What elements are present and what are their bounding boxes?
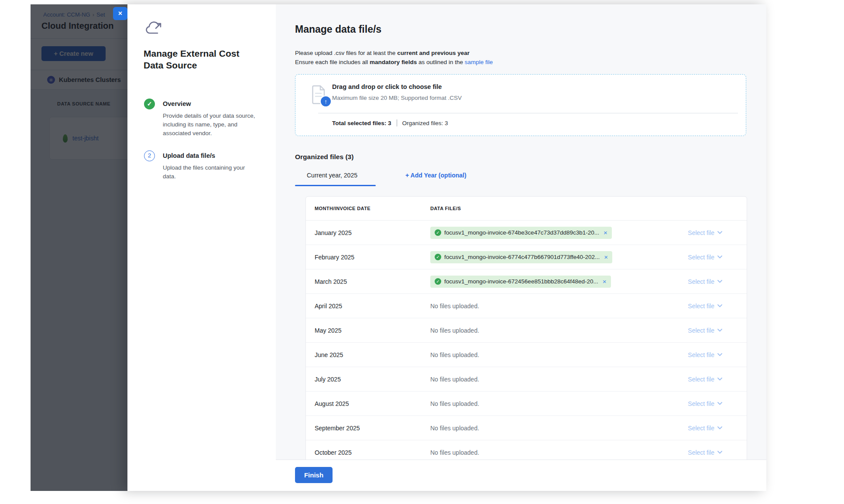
file-upload-icon: ↑ [311,85,332,108]
chevron-down-icon [717,426,722,429]
select-file-dropdown[interactable]: Select file [670,425,747,432]
file-cell: No files uploaded. [430,400,670,407]
instruction-line-1: Please upload .csv files for at least th… [295,48,493,58]
active-tab-indicator [295,185,376,186]
select-file-label: Select file [688,351,714,358]
file-chip: ✓ focusv1_mongo-invoice-672456ee851bbb28… [430,276,611,288]
month-label: March 2025 [306,278,430,285]
file-valid-check-icon: ✓ [435,229,441,236]
empty-text: No files uploaded. [430,376,479,383]
chevron-down-icon [717,402,722,405]
drawer-footer: Finish [276,460,766,491]
month-label: January 2025 [306,229,430,236]
file-chip: ✓ focusv1_mongo-invoice-674be3ce47c73d37… [430,227,612,239]
file-cell: No files uploaded. [430,303,670,310]
select-file-dropdown[interactable]: Select file [670,254,747,261]
month-label: August 2025 [306,400,430,407]
add-year-button[interactable]: + Add Year (optional) [405,172,467,179]
file-chip-label: focusv1_mongo-invoice-672456ee851bbb28c6… [444,278,598,285]
month-label: October 2025 [306,449,430,456]
close-drawer-button[interactable]: × [113,7,127,20]
instruction-line-2: Ensure each file includes all mandatory … [295,58,493,67]
table-row: September 2025 No files uploaded. Select… [306,416,747,440]
select-file-dropdown[interactable]: Select file [670,351,747,358]
upload-instructions: Please upload .csv files for at least th… [295,48,493,67]
chevron-down-icon [717,280,722,283]
month-label: February 2025 [306,254,430,261]
select-file-label: Select file [688,327,714,334]
month-table-body: January 2025 ✓ focusv1_mongo-invoice-674… [306,221,747,460]
chevron-down-icon [717,231,722,234]
table-row: April 2025 No files uploaded. Select fil… [306,294,747,318]
upload-step-content: Manage data file/s Please upload .csv fi… [276,4,766,460]
select-file-label: Select file [688,254,714,261]
file-cell: No files uploaded. [430,376,670,383]
step-number-badge: 2 [144,150,155,161]
step-complete-check-icon: ✓ [144,99,155,109]
total-selected-files: Total selected files: 3 [332,120,391,126]
select-file-dropdown[interactable]: Select file [670,449,747,456]
chevron-down-icon [717,378,722,381]
section-title: Manage data file/s [295,24,381,35]
select-file-dropdown[interactable]: Select file [670,400,747,407]
table-row: July 2025 No files uploaded. Select file [306,367,747,392]
select-file-dropdown[interactable]: Select file [670,278,747,285]
select-file-label: Select file [688,303,714,310]
table-row: August 2025 No files uploaded. Select fi… [306,392,747,416]
column-data-files: DATA FILE/S [430,206,461,211]
wizard-steps-panel: Manage External Cost Data Source ✓ Overv… [127,4,276,491]
month-label: June 2025 [306,351,430,358]
month-label: September 2025 [306,425,430,432]
dropzone-title: Drag and drop or click to choose file [332,83,442,90]
file-valid-check-icon: ✓ [435,254,441,260]
file-chip: ✓ focusv1_mongo-invoice-6774c477b667901d… [430,251,612,263]
file-cell: No files uploaded. [430,425,670,432]
select-file-label: Select file [688,278,714,285]
chevron-down-icon [717,353,722,356]
file-cell: No files uploaded. [430,327,670,334]
months-table-card: MONTH/INVOICE DATE DATA FILE/S January 2… [305,196,747,460]
divider [397,119,397,126]
remove-file-icon[interactable]: × [604,254,608,260]
organized-files-heading: Organized files (3) [295,153,353,161]
chevron-down-icon [717,304,722,307]
chevron-down-icon [717,255,722,259]
empty-text: No files uploaded. [430,303,479,310]
table-row: June 2025 No files uploaded. Select file [306,343,747,367]
empty-text: No files uploaded. [430,400,479,407]
file-chip-label: focusv1_mongo-invoice-674be3ce47c73d37dd… [444,229,599,236]
remove-file-icon[interactable]: × [604,229,607,236]
dropzone-subtitle: Maximum file size 20 MB; Supported forma… [332,95,462,101]
select-file-label: Select file [688,425,714,432]
select-file-label: Select file [688,229,714,236]
select-file-dropdown[interactable]: Select file [670,303,747,310]
file-valid-check-icon: ✓ [435,278,441,285]
month-label: April 2025 [306,303,430,310]
table-row: May 2025 No files uploaded. Select file [306,318,747,343]
modal-dim-overlay [31,4,127,491]
file-chip-label: focusv1_mongo-invoice-6774c477b667901d77… [444,254,600,260]
column-month-invoice-date: MONTH/INVOICE DATE [306,206,430,211]
remove-file-icon[interactable]: × [603,278,607,285]
finish-button[interactable]: Finish [295,467,333,483]
month-label: May 2025 [306,327,430,334]
select-file-dropdown[interactable]: Select file [670,376,747,383]
wizard-title: Manage External Cost Data Source [144,48,257,71]
cloud-upload-icon [144,21,164,38]
table-row: February 2025 ✓ focusv1_mongo-invoice-67… [306,245,747,269]
app-window: Account: CCM-NG›Set Cloud Integration + … [31,4,766,491]
file-cell: No files uploaded. [430,351,670,358]
organized-files-count: Organized files: 3 [402,120,448,126]
file-cell: ✓ focusv1_mongo-invoice-672456ee851bbb28… [430,276,670,288]
file-dropzone[interactable]: ↑ Drag and drop or click to choose file … [295,74,746,136]
empty-text: No files uploaded. [430,327,479,334]
empty-text: No files uploaded. [430,351,479,358]
chevron-down-icon [717,329,722,332]
table-row: October 2025 No files uploaded. Select f… [306,440,747,460]
table-row: March 2025 ✓ focusv1_mongo-invoice-67245… [306,269,747,294]
tab-current-year[interactable]: Current year, 2025 [307,172,357,179]
select-file-dropdown[interactable]: Select file [670,327,747,334]
select-file-dropdown[interactable]: Select file [670,229,747,236]
chevron-down-icon [717,451,722,454]
sample-file-link[interactable]: sample file [465,59,493,65]
